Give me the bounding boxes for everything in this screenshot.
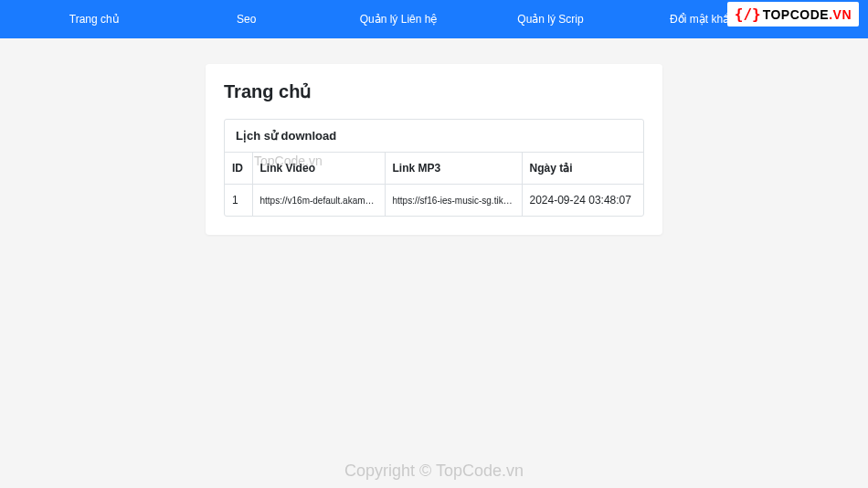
col-link-video: Link Video: [252, 153, 385, 185]
nav-seo[interactable]: Seo: [170, 0, 322, 38]
cell-link-mp3[interactable]: https://sf16-ies-music-sg.tiktokcdn.c...: [385, 185, 522, 217]
footer-watermark: Copyright © TopCode.vn: [0, 461, 868, 481]
nav-home[interactable]: Trang chủ: [18, 0, 170, 38]
col-link-mp3: Link MP3: [385, 153, 522, 185]
table-row: 1 https://v16m-default.akamaized.net/...…: [225, 185, 643, 217]
logo-text-suffix: .VN: [829, 7, 852, 22]
panel-title: Lịch sử download: [225, 120, 643, 153]
nav-script-mgmt[interactable]: Quản lý Scrip: [474, 0, 626, 38]
site-logo[interactable]: {/} TOPCODE .VN: [727, 2, 859, 27]
main-card: Trang chủ Lịch sử download ID Link Video…: [206, 64, 662, 235]
download-history-panel: Lịch sử download ID Link Video Link MP3 …: [224, 119, 644, 217]
table-header-row: ID Link Video Link MP3 Ngày tải: [225, 153, 643, 185]
cell-link-video[interactable]: https://v16m-default.akamaized.net/...: [252, 185, 385, 217]
logo-icon: {/}: [735, 5, 761, 23]
cell-id: 1: [225, 185, 252, 217]
col-id: ID: [225, 153, 252, 185]
cell-date: 2024-09-24 03:48:07: [522, 185, 643, 217]
col-date: Ngày tải: [522, 153, 643, 185]
page-title: Trang chủ: [224, 80, 644, 102]
logo-text-main: TOPCODE: [763, 7, 829, 22]
nav-contact-mgmt[interactable]: Quản lý Liên hệ: [323, 0, 474, 38]
download-history-table: ID Link Video Link MP3 Ngày tải 1 https:…: [225, 153, 643, 216]
